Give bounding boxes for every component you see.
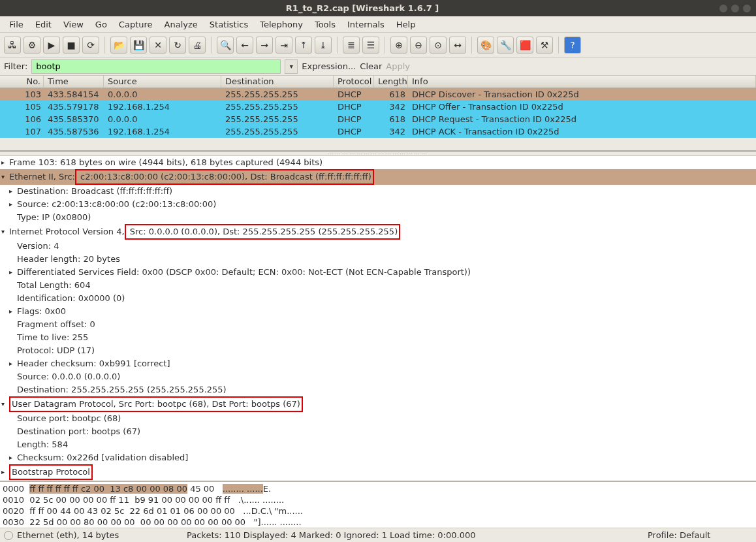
tree-ip-dscp[interactable]: Differentiated Services Field: 0x00 (DSC… — [0, 266, 756, 279]
filter-label: Filter: — [4, 61, 27, 71]
find-icon[interactable]: 🔍 — [217, 37, 234, 54]
autoscroll-icon[interactable]: ☰ — [362, 37, 379, 54]
tree-udp[interactable]: User Datagram Protocol, Src Port: bootpc… — [0, 396, 756, 412]
col-destination[interactable]: Destination — [221, 76, 334, 88]
tree-eth-type[interactable]: Type: IP (0x0800) — [0, 211, 756, 224]
menu-capture[interactable]: Capture — [114, 18, 158, 31]
print-icon[interactable]: 🖨 — [189, 37, 206, 54]
tree-ip-version[interactable]: Version: 4 — [0, 240, 756, 253]
tree-udp-sp[interactable]: Source port: bootpc (68) — [0, 412, 756, 425]
expression-button[interactable]: Expression... — [302, 61, 356, 71]
first-packet-icon[interactable]: ⤒ — [295, 37, 312, 54]
go-forward-icon[interactable]: → — [256, 37, 273, 54]
clear-button[interactable]: Clear — [360, 61, 382, 71]
restart-capture-icon[interactable]: ⟳ — [82, 37, 99, 54]
menu-file[interactable]: File — [4, 18, 29, 31]
apply-button[interactable]: Apply — [386, 61, 410, 71]
packet-list-pane[interactable]: No. Time Source Destination Protocol Len… — [0, 76, 756, 151]
filter-input[interactable] — [31, 59, 281, 74]
col-info[interactable]: Info — [408, 76, 756, 88]
tree-eth-src[interactable]: Source: c2:00:13:c8:00:00 (c2:00:13:c8:0… — [0, 198, 756, 211]
display-filters-icon[interactable]: 🔧 — [497, 37, 514, 54]
col-no[interactable]: No. — [0, 76, 44, 88]
hex-row-0[interactable]: 0000 ff ff ff ff ff ff c2 00 13 c8 00 00… — [3, 483, 753, 494]
tree-ip[interactable]: Internet Protocol Version 4, Src: 0.0.0.… — [0, 224, 756, 240]
cell: 342 — [374, 125, 408, 138]
menu-statistics[interactable]: Statistics — [204, 18, 253, 31]
start-capture-icon[interactable]: ▶ — [43, 37, 60, 54]
tree-ip-frag[interactable]: Fragment offset: 0 — [0, 318, 756, 331]
close-file-icon[interactable]: ✕ — [150, 37, 166, 54]
tree-ip-hlen[interactable]: Header length: 20 bytes — [0, 253, 756, 266]
menu-edit[interactable]: Edit — [30, 18, 57, 31]
menu-internals[interactable]: Internals — [342, 18, 390, 31]
tree-udp-csum[interactable]: Checksum: 0x226d [validation disabled] — [0, 451, 756, 464]
tree-ip-proto[interactable]: Protocol: UDP (17) — [0, 344, 756, 357]
tree-udp-len[interactable]: Length: 584 — [0, 438, 756, 451]
cell: 107 — [0, 125, 44, 138]
packet-row[interactable]: 106435.5853700.0.0.0255.255.255.255DHCP6… — [0, 113, 756, 125]
packet-row[interactable]: 107435.587536192.168.1.254255.255.255.25… — [0, 125, 756, 138]
zoom-out-icon[interactable]: ⊖ — [410, 37, 427, 54]
status-profile[interactable]: Profile: Default — [648, 530, 752, 540]
tree-bootstrap[interactable]: Bootstrap Protocol — [0, 464, 756, 480]
interfaces-icon[interactable]: 🖧 — [4, 37, 21, 54]
colorize-icon[interactable]: ≣ — [343, 37, 360, 54]
menu-telephony[interactable]: Telephony — [255, 18, 308, 31]
help-icon[interactable]: ? — [564, 37, 581, 54]
tree-ethernet[interactable]: Ethernet II, Src: c2:00:13:c8:00:00 (c2:… — [0, 169, 756, 185]
capture-filters-icon[interactable]: 🎨 — [477, 37, 494, 54]
window-title: R1_to_R2.cap [Wireshark 1.6.7 ] — [5, 3, 719, 13]
stop-capture-icon[interactable]: ■ — [63, 37, 80, 54]
close-button[interactable] — [743, 5, 751, 12]
menu-view[interactable]: View — [58, 18, 89, 31]
zoom-in-icon[interactable]: ⊕ — [390, 37, 407, 54]
last-packet-icon[interactable]: ⤓ — [315, 37, 332, 54]
minimize-button[interactable] — [719, 5, 727, 12]
save-file-icon[interactable]: 💾 — [130, 37, 147, 54]
pane-splitter-1[interactable] — [0, 151, 756, 156]
zoom-reset-icon[interactable]: ⊙ — [430, 37, 447, 54]
resize-columns-icon[interactable]: ↔ — [449, 37, 466, 54]
tree-ip-dst[interactable]: Destination: 255.255.255.255 (255.255.25… — [0, 383, 756, 396]
col-protocol[interactable]: Protocol — [334, 76, 374, 88]
menu-tools[interactable]: Tools — [309, 18, 341, 31]
col-length[interactable]: Length — [374, 76, 408, 88]
window-controls[interactable] — [719, 5, 751, 12]
col-time[interactable]: Time — [44, 76, 104, 88]
tree-ip-ttl[interactable]: Time to live: 255 — [0, 331, 756, 344]
packet-row[interactable]: 103433.5841540.0.0.0255.255.255.255DHCP6… — [0, 88, 756, 101]
hex-row-3[interactable]: 0030 22 5d 00 00 80 00 00 00 00 00 00 00… — [3, 517, 753, 528]
tree-udp-dp[interactable]: Destination port: bootps (67) — [0, 425, 756, 438]
reload-icon[interactable]: ↻ — [169, 37, 186, 54]
menu-analyze[interactable]: Analyze — [159, 18, 203, 31]
packet-bytes-pane[interactable]: 0000 ff ff ff ff ff ff c2 00 13 c8 00 00… — [0, 481, 756, 528]
hex-row-1[interactable]: 0010 02 5c 00 00 00 00 ff 11 b9 91 00 00… — [3, 494, 753, 505]
options-icon[interactable]: ⚙ — [24, 37, 40, 54]
tree-ip-tlen[interactable]: Total Length: 604 — [0, 279, 756, 292]
cell: DHCP Request - Transaction ID 0x225d — [408, 113, 756, 125]
col-source[interactable]: Source — [104, 76, 221, 88]
goto-packet-icon[interactable]: ⇥ — [276, 37, 292, 54]
tree-ip-csum[interactable]: Header checksum: 0xb991 [correct] — [0, 357, 756, 370]
hex-row-2[interactable]: 0020 ff ff 00 44 00 43 02 5c 22 6d 01 01… — [3, 505, 753, 517]
status-center: Packets: 110 Displayed: 4 Marked: 0 Igno… — [187, 530, 648, 540]
coloring-rules-icon[interactable]: 🟥 — [516, 37, 533, 54]
expert-info-icon[interactable] — [4, 531, 13, 540]
menu-help[interactable]: Help — [391, 18, 421, 31]
preferences-icon[interactable]: ⚒ — [536, 37, 553, 54]
tree-ip-id[interactable]: Identification: 0x0000 (0) — [0, 292, 756, 305]
filter-dropdown[interactable]: ▾ — [285, 59, 298, 74]
tree-ip-flags[interactable]: Flags: 0x00 — [0, 305, 756, 318]
cell: DHCP ACK - Transaction ID 0x225d — [408, 125, 756, 138]
maximize-button[interactable] — [731, 5, 739, 12]
tree-frame[interactable]: Frame 103: 618 bytes on wire (4944 bits)… — [0, 156, 756, 169]
tree-ip-src[interactable]: Source: 0.0.0.0 (0.0.0.0) — [0, 370, 756, 383]
packet-list-header[interactable]: No. Time Source Destination Protocol Len… — [0, 76, 756, 88]
tree-eth-dst[interactable]: Destination: Broadcast (ff:ff:ff:ff:ff:f… — [0, 185, 756, 198]
packet-row[interactable]: 105435.579178192.168.1.254255.255.255.25… — [0, 101, 756, 113]
packet-details-pane[interactable]: Frame 103: 618 bytes on wire (4944 bits)… — [0, 156, 756, 481]
menu-go[interactable]: Go — [90, 18, 112, 31]
open-file-icon[interactable]: 📂 — [110, 37, 127, 54]
go-back-icon[interactable]: ← — [236, 37, 253, 54]
